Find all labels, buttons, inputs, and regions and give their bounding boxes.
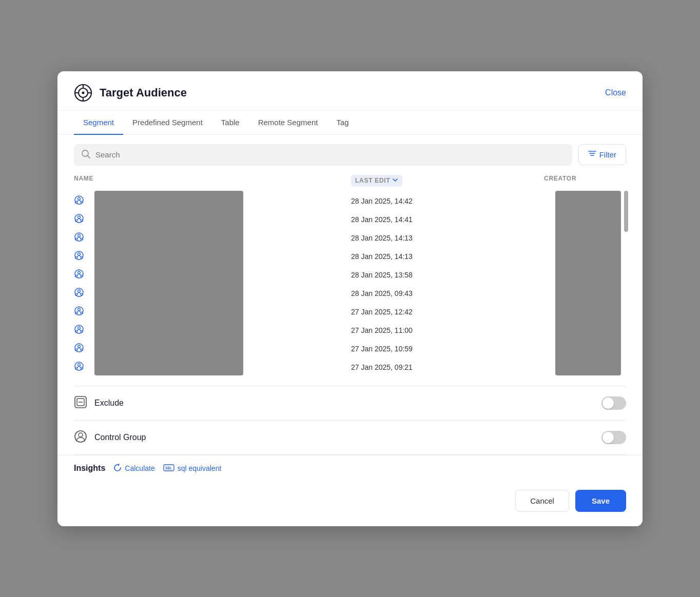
last-edit-date: 28 Jan 2025, 14:13 [351,252,523,261]
last-edit-date: 28 Jan 2025, 14:42 [351,197,523,205]
search-row: Filter [57,135,643,171]
svg-point-53 [79,433,83,437]
target-audience-icon [74,84,92,102]
tab-segment[interactable]: Segment [74,111,123,135]
svg-point-18 [78,234,81,237]
exclude-row: Exclude [57,386,643,420]
svg-point-26 [78,271,81,274]
calculate-button[interactable]: Calculate [113,464,154,473]
svg-point-42 [78,345,81,348]
table-header: NAME LAST EDIT CREATOR [57,171,643,191]
last-edit-date: 27 Jan 2025, 09:21 [351,363,523,371]
target-audience-modal: Target Audience Close Segment Predefined… [57,71,643,526]
exclude-label: Exclude [94,399,124,408]
footer-row: Cancel Save [57,482,643,526]
row-segment-icon [74,232,94,244]
close-button[interactable]: Close [605,88,626,97]
control-group-label: Control Group [94,433,146,442]
svg-point-2 [82,91,85,94]
creator-column-header: CREATOR [503,175,606,187]
search-input[interactable] [95,150,565,159]
exclude-icon [74,395,87,411]
table-body: 28 Jan 2025, 14:42 28 Jan 2025, 14:41 [57,191,643,386]
last-edit-date: 27 Jan 2025, 10:59 [351,345,523,353]
tab-predefined-segment[interactable]: Predefined Segment [123,111,212,135]
scrollbar[interactable] [624,191,628,232]
control-group-toggle[interactable] [601,431,626,444]
names-placeholder-block [94,191,243,375]
exclude-toggle[interactable] [601,396,626,410]
sql-icon: SQL [163,464,174,473]
svg-line-8 [88,156,90,158]
calculate-icon [113,464,122,473]
control-group-left: Control Group [74,430,146,445]
svg-point-10 [78,197,81,200]
svg-point-46 [78,364,81,366]
last-edit-column-header[interactable]: LAST EDIT [351,175,402,187]
control-group-row: Control Group [57,421,643,454]
svg-point-34 [78,308,81,311]
cancel-button[interactable]: Cancel [515,490,569,512]
exclude-left: Exclude [74,395,124,411]
svg-point-14 [78,216,81,218]
filter-label: Filter [599,150,616,159]
svg-point-30 [78,290,81,292]
row-segment-icon [74,287,94,300]
chevron-down-icon [392,177,398,185]
row-segment-icon [74,361,94,373]
last-edit-date: 28 Jan 2025, 13:58 [351,271,523,279]
row-segment-icon [74,343,94,355]
last-edit-date: 27 Jan 2025, 12:42 [351,308,523,316]
svg-text:SQL: SQL [165,466,172,470]
sql-equivalent-button[interactable]: SQL sql equivalent [163,464,222,473]
row-segment-icon [74,195,94,207]
tab-tag[interactable]: Tag [327,111,358,135]
last-edit-date: 28 Jan 2025, 14:13 [351,234,523,242]
tab-table[interactable]: Table [212,111,249,135]
calculate-label: Calculate [125,464,154,472]
search-icon [81,149,90,161]
control-group-icon [74,430,87,445]
row-segment-icon [74,306,94,318]
row-segment-icon [74,213,94,226]
modal-header: Target Audience Close [57,71,643,111]
last-edit-date: 28 Jan 2025, 09:43 [351,289,523,297]
svg-point-7 [82,150,88,156]
insights-label: Insights [74,464,105,473]
control-group-toggle-knob [602,432,614,443]
search-box[interactable] [74,144,572,166]
last-edit-date: 27 Jan 2025, 11:00 [351,326,523,334]
row-segment-icon [74,269,94,281]
last-edit-date: 28 Jan 2025, 14:41 [351,215,523,224]
tab-remote-segment[interactable]: Remote Segment [249,111,327,135]
row-segment-icon [74,250,94,263]
header-left: Target Audience [74,84,187,102]
row-segment-icon [74,324,94,336]
sql-label: sql equivalent [178,464,222,472]
tabs-bar: Segment Predefined Segment Table Remote … [57,111,643,135]
save-button[interactable]: Save [575,490,626,512]
exclude-toggle-knob [602,397,614,409]
name-column-header: NAME [74,175,351,187]
filter-button[interactable]: Filter [578,144,626,165]
svg-point-38 [78,327,81,329]
filter-icon [588,150,596,160]
creator-placeholder-block [555,191,621,375]
insights-row: Insights Calculate SQL sql equivalent [57,455,643,482]
modal-title: Target Audience [100,86,187,99]
svg-point-22 [78,253,81,255]
